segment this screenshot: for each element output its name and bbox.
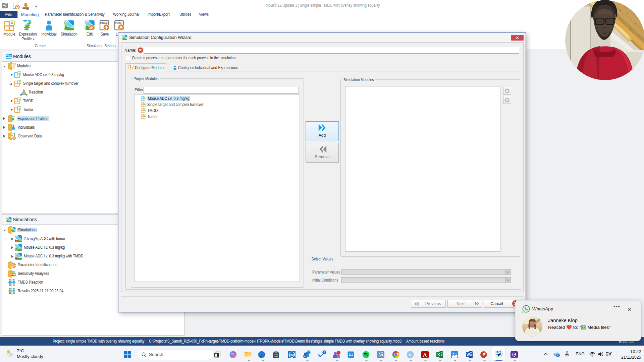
- svg-text:PKML: PKML: [115, 21, 123, 25]
- svg-text:©: ©: [557, 354, 559, 357]
- svg-text:R: R: [409, 352, 412, 357]
- svg-text:PKML: PKML: [100, 21, 109, 25]
- svg-text:4: 4: [323, 351, 325, 354]
- svg-text:DELL: DELL: [289, 354, 294, 356]
- svg-text:O: O: [304, 355, 306, 358]
